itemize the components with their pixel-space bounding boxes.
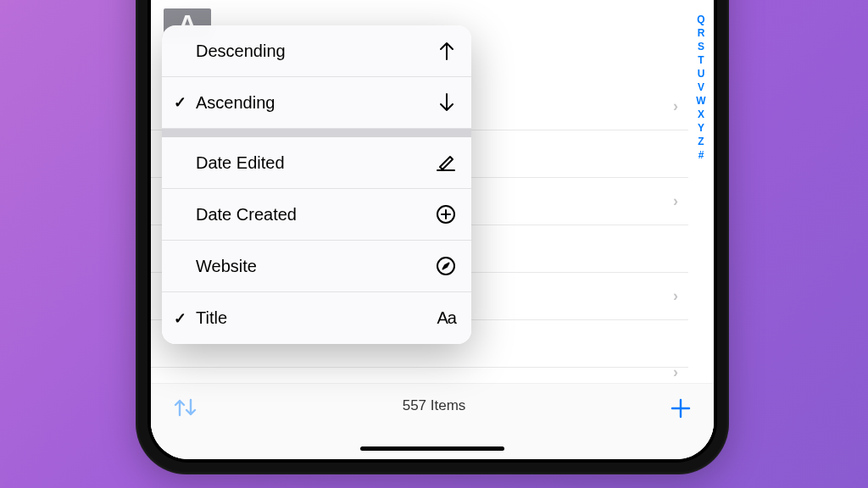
home-indicator[interactable]: [360, 446, 504, 451]
checkmark-icon: ✓: [174, 93, 196, 112]
menu-item-label: Date Created: [196, 205, 431, 225]
add-button[interactable]: [670, 397, 692, 419]
index-letter[interactable]: V: [698, 81, 704, 94]
plus-circle-icon: [431, 204, 456, 225]
plus-icon: [670, 397, 692, 419]
menu-item-ascending[interactable]: ✓ Ascending: [162, 77, 471, 129]
arrow-up-icon: [431, 41, 456, 61]
chevron-right-icon: ›: [673, 97, 678, 115]
sort-arrows-icon: [173, 397, 198, 418]
index-letter[interactable]: Y: [698, 122, 704, 135]
index-letter[interactable]: #: [698, 149, 704, 162]
item-count-label: 557 Items: [403, 397, 466, 414]
checkmark-icon: ✓: [174, 309, 196, 328]
index-letter[interactable]: S: [698, 41, 704, 53]
phone-frame: › › › › A QRSTUVWXYZ#: [136, 0, 729, 474]
section-index-bar[interactable]: QRSTUVWXYZ#: [693, 14, 709, 162]
chevron-right-icon: ›: [673, 192, 678, 210]
phone-bezel: › › › › A QRSTUVWXYZ#: [147, 0, 717, 463]
arrow-down-icon: [431, 92, 456, 113]
pencil-icon: [431, 153, 456, 172]
index-letter[interactable]: W: [696, 95, 705, 108]
menu-item-label: Website: [196, 257, 431, 276]
menu-item-date-edited[interactable]: Date Edited: [162, 137, 471, 189]
screen: › › › › A QRSTUVWXYZ#: [151, 0, 714, 459]
menu-item-label: Descending: [196, 42, 431, 61]
menu-item-title[interactable]: ✓ Title Aa: [162, 292, 471, 344]
menu-divider: [162, 129, 471, 137]
textformat-icon: Aa: [431, 308, 456, 328]
sort-toggle-button[interactable]: [173, 397, 198, 418]
index-letter[interactable]: T: [698, 54, 704, 67]
compass-icon: [431, 256, 456, 276]
menu-item-descending[interactable]: Descending: [162, 25, 471, 77]
index-letter[interactable]: U: [698, 68, 705, 80]
menu-item-label: Ascending: [196, 93, 431, 113]
menu-item-label: Date Edited: [196, 153, 431, 173]
menu-item-label: Title: [196, 308, 431, 328]
index-letter[interactable]: R: [698, 27, 705, 40]
menu-item-website[interactable]: Website: [162, 241, 471, 292]
chevron-right-icon: ›: [673, 287, 678, 305]
sort-menu-popover: Descending ✓ Ascending: [162, 25, 471, 344]
index-letter[interactable]: Q: [697, 14, 704, 26]
index-letter[interactable]: X: [698, 108, 704, 121]
chevron-right-icon: ›: [673, 363, 678, 381]
index-letter[interactable]: Z: [698, 136, 704, 148]
menu-item-date-created[interactable]: Date Created: [162, 189, 471, 241]
